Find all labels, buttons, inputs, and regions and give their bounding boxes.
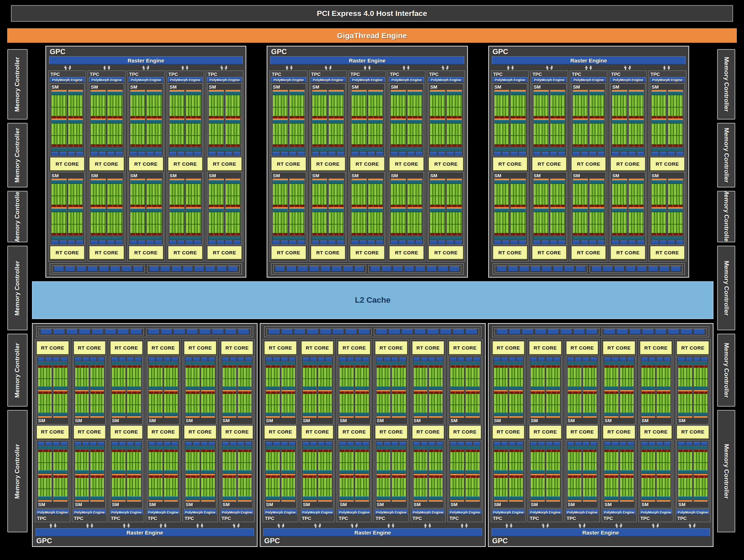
cuda-core-grid — [226, 212, 240, 233]
updown-arrows-icon — [146, 523, 181, 528]
load-store-segment — [651, 241, 659, 244]
load-store-segment — [185, 442, 192, 445]
texture-bar — [678, 475, 692, 478]
gpc-block: GPCRaster EngineTPCPolyMorph EngineSMRT … — [260, 323, 485, 547]
rt-core-label: RT CORE — [566, 341, 598, 354]
rop-group — [590, 265, 683, 273]
load-store-segment — [363, 358, 369, 361]
sm-subcore-column — [391, 178, 406, 236]
rt-core-label: RT CORE — [184, 426, 216, 439]
load-store-segment — [201, 442, 207, 445]
load-store-segment — [581, 241, 588, 244]
updown-arrows-icon — [300, 523, 335, 528]
polymorph-engine-bar: PolyMorph Engine — [676, 509, 709, 515]
memory-controller: Memory Controller — [7, 49, 28, 120]
texture-bar — [68, 233, 83, 235]
rop-group — [146, 328, 251, 335]
scheduler-bar — [108, 209, 122, 212]
texture-bar — [170, 116, 185, 118]
load-store-segment — [519, 241, 526, 244]
load-store-segment — [245, 442, 252, 445]
cuda-core-grid — [303, 478, 316, 496]
sm-subcore-column — [413, 365, 428, 418]
cuda-core-grid — [52, 124, 66, 144]
load-store-segment — [436, 358, 443, 361]
cuda-core-grid — [223, 368, 236, 386]
sm-subcore-column — [628, 178, 644, 236]
sm-block: SM — [428, 83, 463, 156]
rop-segment — [561, 329, 571, 334]
sm-block: SM — [610, 83, 645, 156]
rop-strip — [36, 326, 253, 337]
cuda-core-grid — [652, 95, 667, 116]
sm-core-columns — [312, 90, 344, 147]
scheduler-bar — [408, 92, 422, 95]
rop-group — [266, 328, 372, 335]
tpc-block: TPCPolyMorph EngineSMRT CORESMRT CORE — [388, 70, 425, 262]
scheduler-bar — [612, 120, 627, 124]
tpc-block: TPCPolyMorph EngineSMRT CORESMRT CORE — [182, 339, 218, 522]
rop-segment — [355, 266, 364, 271]
dispatch-bar — [450, 416, 464, 418]
sm-subcore-column — [494, 365, 508, 418]
cuda-core-grid — [186, 368, 199, 386]
load-store-segment — [217, 152, 224, 155]
texture-bar — [127, 475, 141, 478]
texture-bar — [494, 144, 509, 147]
cuda-core-grid — [368, 184, 383, 205]
scheduler-bar — [303, 496, 316, 500]
load-store-segment — [376, 241, 383, 244]
shared-memory-bar — [641, 446, 671, 449]
shared-memory-bar — [185, 446, 215, 449]
sm-label: SM — [612, 173, 644, 178]
load-store-segment — [583, 358, 589, 361]
texture-bar — [209, 233, 224, 235]
cuda-core-grid — [466, 394, 479, 412]
updown-arrows-icon — [205, 65, 243, 70]
scheduler-bar — [127, 386, 141, 390]
load-store-row — [222, 358, 252, 361]
load-store-segment — [384, 358, 391, 361]
cuda-core-grid — [629, 212, 644, 233]
polymorph-engine-bar: PolyMorph Engine — [492, 509, 525, 515]
rop-segment — [440, 329, 451, 334]
cuda-core-grid — [657, 394, 670, 412]
cuda-core-grid — [340, 478, 353, 496]
load-store-row — [678, 442, 708, 445]
load-store-segment — [494, 152, 501, 155]
texture-bar — [430, 205, 445, 207]
sm-core-columns — [209, 178, 240, 236]
sm-subcore-column — [430, 90, 445, 147]
dispatch-bar — [164, 500, 178, 501]
load-store-segment — [339, 442, 346, 445]
load-store-segment — [612, 358, 618, 361]
sm-subcore-column — [430, 178, 445, 236]
shared-memory-bar — [209, 148, 240, 151]
sm-label: SM — [573, 84, 604, 90]
sm-label: SM — [339, 502, 369, 507]
up-arrow-icon — [507, 65, 510, 70]
tpc-label: TPC — [449, 516, 481, 521]
sm-subcore-column — [620, 365, 634, 418]
cuda-core-grid — [130, 95, 145, 116]
up-arrow-icon — [585, 65, 588, 70]
rt-core-label: RT CORE — [184, 341, 216, 354]
scheduler-bar — [303, 386, 316, 390]
texture-bar — [657, 391, 670, 394]
cuda-core-grid — [149, 478, 162, 496]
cuda-core-grid — [652, 184, 667, 205]
cuda-core-grid — [127, 368, 141, 386]
tpc-row: TPCPolyMorph EngineSMRT CORESMRT CORETPC… — [270, 70, 465, 262]
updown-arrows-icon — [638, 523, 673, 528]
load-store-segment — [281, 358, 288, 361]
load-store-segment — [298, 241, 305, 244]
cuda-core-grid — [573, 124, 588, 144]
sm-subcore-column — [678, 365, 692, 418]
load-store-segment — [656, 442, 663, 445]
load-store-segment — [320, 241, 327, 244]
sm-block: SM — [350, 172, 385, 245]
cuda-core-grid — [238, 452, 251, 471]
texture-bar — [147, 205, 162, 207]
polymorph-engine-bar: PolyMorph Engine — [168, 77, 203, 82]
sm-label: SM — [130, 84, 162, 90]
